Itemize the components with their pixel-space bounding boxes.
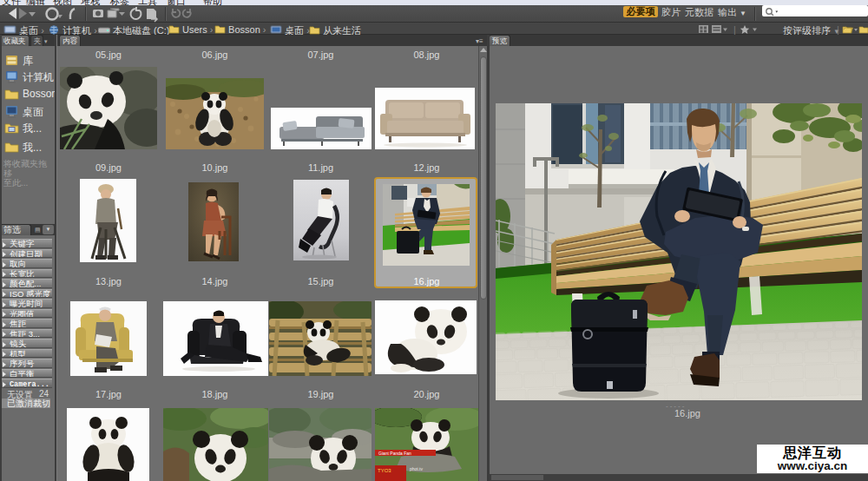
svg-text:Giant Panda Fan: Giant Panda Fan [378, 451, 411, 456]
svg-text:TYO3: TYO3 [378, 468, 391, 473]
svg-text:phot.tv: phot.tv [410, 466, 424, 471]
